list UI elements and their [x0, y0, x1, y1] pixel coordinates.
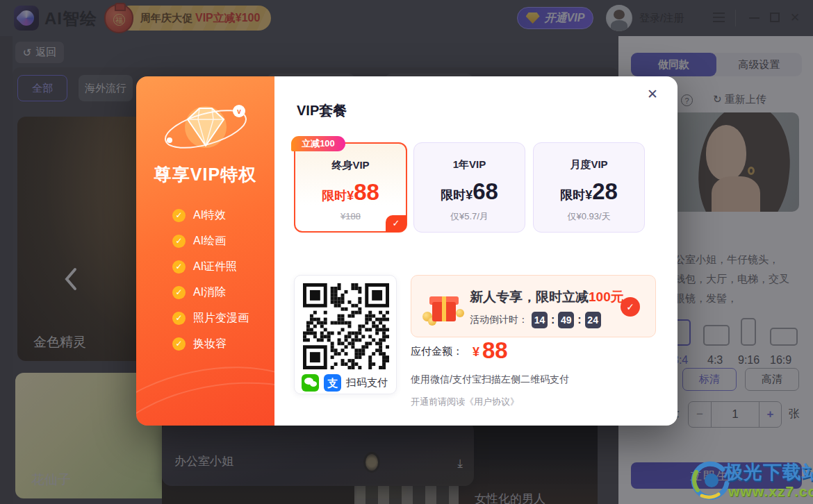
- feature-item: ✓ AI证件照: [172, 260, 237, 274]
- watermark-url: www.xz7.com: [728, 483, 813, 500]
- agreement-link[interactable]: 开通前请阅读《用户协议》: [411, 396, 519, 408]
- vip-modal: v 尊享VIP特权 ✓ AI特效 ✓ AI绘画 ✓ AI证件照 ✓ AI消除 ✓…: [136, 76, 678, 426]
- alipay-icon: 支: [324, 374, 341, 392]
- new-user-promo: 新人专享，限时立减100元 活动倒计时： 14 : 49 : 24 ✓: [411, 275, 656, 337]
- amount-due: 应付金额： ¥ 88: [411, 339, 508, 362]
- promo-highlight: 100元: [589, 289, 624, 304]
- check-icon: ✓: [172, 235, 186, 248]
- feature-item: ✓ AI特效: [172, 208, 226, 223]
- scan-pay-label: 扫码支付: [346, 376, 388, 389]
- selected-check-icon: ✓: [386, 215, 406, 232]
- feature-item: ✓ 换妆容: [172, 337, 227, 351]
- countdown-minutes: 49: [558, 312, 574, 328]
- pay-hint: 使用微信/支付宝扫描左侧二维码支付: [411, 373, 569, 386]
- svg-text:v: v: [237, 108, 241, 115]
- payment-qr-card: 支 扫码支付: [294, 275, 397, 394]
- plan-lifetime-vip[interactable]: 立减100 终身VIP 限时¥88 ¥188 ✓: [294, 142, 407, 233]
- check-icon: ✓: [172, 209, 186, 222]
- gift-icon: [422, 285, 463, 326]
- app-window: AI智绘 周年庆大促 VIP立减¥100 福 开通VIP 登录/注册 ✕ ↺ 返…: [0, 0, 813, 504]
- watermark-site-name: 极光下载站: [724, 460, 813, 485]
- qr-code: [303, 283, 389, 369]
- discount-badge: 立减100: [291, 136, 345, 151]
- check-icon: ✓: [172, 260, 186, 274]
- promo-check-icon: ✓: [621, 297, 640, 317]
- check-icon: ✓: [172, 286, 186, 299]
- close-modal-icon[interactable]: ✕: [647, 86, 658, 102]
- countdown-seconds: 24: [585, 312, 601, 328]
- plan-1year-vip[interactable]: 1年VIP 限时¥68 仅¥5.7/月: [413, 142, 525, 233]
- vip-benefits-panel: v 尊享VIP特权 ✓ AI特效 ✓ AI绘画 ✓ AI证件照 ✓ AI消除 ✓…: [136, 76, 274, 426]
- feature-item: ✓ 照片变漫画: [172, 311, 249, 326]
- countdown: 活动倒计时： 14 : 49 : 24: [470, 312, 601, 328]
- feature-item: ✓ AI消除: [172, 285, 226, 300]
- feature-item: ✓ AI绘画: [172, 234, 226, 249]
- wechat-icon: [302, 374, 319, 392]
- vip-benefits-title: 尊享VIP特权: [136, 163, 274, 186]
- modal-title: VIP套餐: [297, 101, 347, 120]
- plan-monthly-vip[interactable]: 月度VIP 限时¥28 仅¥0.93/天: [533, 142, 645, 233]
- check-icon: ✓: [172, 337, 186, 351]
- diamond-illustration: v: [160, 96, 252, 162]
- countdown-hours: 14: [532, 312, 548, 328]
- check-icon: ✓: [172, 312, 186, 325]
- amount-value: 88: [482, 339, 508, 362]
- vip-plans-panel: VIP套餐 ✕ 立减100 终身VIP 限时¥88 ¥188 ✓ 1年VIP 限…: [274, 76, 678, 426]
